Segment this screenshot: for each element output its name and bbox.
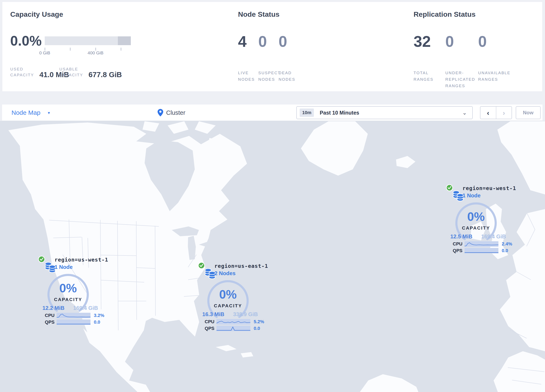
under-replicated-ranges-stat: 0 UNDER- REPLICATED RANGES xyxy=(445,33,454,50)
used-capacity: 16.3 MiB xyxy=(202,311,224,317)
unavailable-ranges-label: UNAVAILABLE xyxy=(478,70,511,76)
region-marker-us-west-1[interactable]: region=us-west-1 1 Node 0% CAPACITY 12.2… xyxy=(30,253,100,327)
dead-nodes-stat: 0 DEAD NODES xyxy=(279,33,287,50)
cpu-spark-row: CPU 5.2% xyxy=(189,319,264,324)
axis-tick xyxy=(95,48,96,51)
view-selector-dropdown[interactable]: Node Map ▼ xyxy=(12,105,50,121)
cpu-value: 5.2% xyxy=(250,319,264,324)
total-capacity: 338.9 GiB xyxy=(233,311,258,317)
suspect-nodes-label: SUSPECT xyxy=(258,70,281,76)
qps-label: QPS xyxy=(189,326,217,331)
cpu-value: 3.2% xyxy=(91,313,104,318)
total-capacity: 169.4 GiB xyxy=(73,305,98,311)
cpu-sparkline xyxy=(57,313,91,318)
qps-value: 0.0 xyxy=(498,248,508,253)
qps-label: QPS xyxy=(437,248,464,253)
suspect-nodes-stat: 0 SUSPECT NODES xyxy=(258,33,267,50)
axis-tick xyxy=(45,48,45,51)
live-nodes-label: NODES xyxy=(238,76,255,83)
total-capacity: 169.4 GiB xyxy=(481,233,506,240)
used-capacity-label-line1: USED xyxy=(10,66,34,72)
total-ranges-stat: 32 TOTAL RANGES xyxy=(414,33,431,50)
cpu-value: 2.4% xyxy=(498,241,512,247)
gauge-percent: 0% xyxy=(207,287,249,301)
gauge-percent: 0% xyxy=(47,281,89,295)
breadcrumb[interactable]: Cluster xyxy=(158,105,185,121)
node-map-page: Capacity Usage 0.0% 0 GiB 400 GiB USED C… xyxy=(0,0,545,392)
qps-value: 0.0 xyxy=(91,319,100,325)
used-capacity: 12.5 MiB xyxy=(450,233,472,240)
suspect-nodes-label: NODES xyxy=(258,76,281,83)
capacity-percent: 0.0% xyxy=(10,33,42,49)
time-step-control: ‹ › xyxy=(480,106,512,119)
axis-tick xyxy=(70,48,70,51)
region-label: region=us-east-1 xyxy=(214,263,268,269)
gauge-capacity-label: CAPACITY xyxy=(43,297,93,302)
under-replicated-label: REPLICATED xyxy=(445,76,475,83)
healthy-check-icon xyxy=(198,262,205,269)
cpu-label: CPU xyxy=(189,319,217,324)
unavailable-ranges-stat: 0 UNAVAILABLE RANGES xyxy=(478,33,487,50)
qps-label: QPS xyxy=(30,319,57,325)
live-nodes-label: LIVE xyxy=(238,70,255,76)
cpu-label: CPU xyxy=(437,241,464,247)
dropdown-arrow-icon: ▼ xyxy=(47,111,50,115)
under-replicated-value: 0 xyxy=(445,33,454,50)
chevron-down-icon: ⌄ xyxy=(462,112,467,114)
region-label: region=us-west-1 xyxy=(55,257,108,263)
unavailable-ranges-label: RANGES xyxy=(478,76,511,83)
capacity-axis xyxy=(45,46,131,50)
cpu-spark-row: CPU 3.2% xyxy=(30,313,104,318)
map-toolbar: Node Map ▼ Cluster 10m Past 10 Minutes ⌄… xyxy=(2,105,543,121)
unavailable-ranges-value: 0 xyxy=(478,33,487,50)
dead-nodes-label: NODES xyxy=(279,76,295,83)
capacity-bar-reserved-segment xyxy=(118,36,131,45)
time-range-badge: 10m xyxy=(300,108,314,117)
node-status-title: Node Status xyxy=(238,10,279,19)
qps-sparkline xyxy=(217,326,250,331)
qps-sparkline xyxy=(464,248,498,253)
map-pin-icon xyxy=(158,109,163,117)
total-ranges-value: 32 xyxy=(414,33,431,50)
region-marker-us-east-1[interactable]: region=us-east-1 2 Nodes 0% CAPACITY 16.… xyxy=(189,260,260,333)
under-replicated-label: UNDER- xyxy=(445,70,475,76)
usable-capacity-label-line2: CAPACITY xyxy=(59,72,83,78)
time-range-label: Past 10 Minutes xyxy=(320,110,359,116)
region-label: region=eu-west-1 xyxy=(462,185,516,191)
suspect-nodes-value: 0 xyxy=(258,33,267,50)
time-range-selector[interactable]: 10m Past 10 Minutes ⌄ xyxy=(296,106,473,119)
used-capacity: 12.2 MiB xyxy=(43,305,65,311)
total-ranges-label: RANGES xyxy=(414,76,434,83)
capacity-bar xyxy=(45,36,131,45)
dead-nodes-value: 0 xyxy=(279,33,287,50)
cpu-sparkline xyxy=(464,241,498,247)
usable-capacity-stat: USABLE CAPACITY 677.8 GiB xyxy=(59,66,122,78)
gauge-capacity-label: CAPACITY xyxy=(203,303,253,309)
live-nodes-value: 4 xyxy=(238,33,247,50)
node-count-link[interactable]: 1 Node xyxy=(462,192,481,199)
qps-spark-row: QPS 0.0 xyxy=(189,326,260,331)
time-step-forward-button[interactable]: › xyxy=(496,107,512,119)
capacity-usage-title: Capacity Usage xyxy=(10,10,63,19)
cpu-spark-row: CPU 2.4% xyxy=(437,241,512,247)
dead-nodes-label: DEAD xyxy=(279,70,295,76)
replication-status-title: Replication Status xyxy=(414,10,476,19)
gauge-capacity-label: CAPACITY xyxy=(451,225,501,231)
axis-label-zero: 0 GiB xyxy=(39,50,50,56)
used-capacity-label-line2: CAPACITY xyxy=(10,72,34,78)
cluster-summary-card: Capacity Usage 0.0% 0 GiB 400 GiB USED C… xyxy=(2,2,543,92)
qps-value: 0.0 xyxy=(250,326,260,331)
healthy-check-icon xyxy=(38,255,45,263)
node-count-link[interactable]: 1 Node xyxy=(55,264,73,270)
node-count-link[interactable]: 2 Nodes xyxy=(214,270,235,277)
total-ranges-label: TOTAL xyxy=(414,70,434,76)
time-step-back-button[interactable]: ‹ xyxy=(480,107,496,119)
now-button[interactable]: Now xyxy=(516,106,541,119)
under-replicated-label: RANGES xyxy=(445,83,475,89)
breadcrumb-cluster-label: Cluster xyxy=(166,109,185,116)
live-nodes-stat: 4 LIVE NODES xyxy=(238,33,247,50)
view-selector-label: Node Map xyxy=(12,109,40,116)
usable-capacity-label-line1: USABLE xyxy=(59,66,83,72)
region-marker-eu-west-1[interactable]: region=eu-west-1 1 Node 0% CAPACITY 12.5… xyxy=(437,182,508,255)
qps-spark-row: QPS 0.0 xyxy=(437,248,508,253)
